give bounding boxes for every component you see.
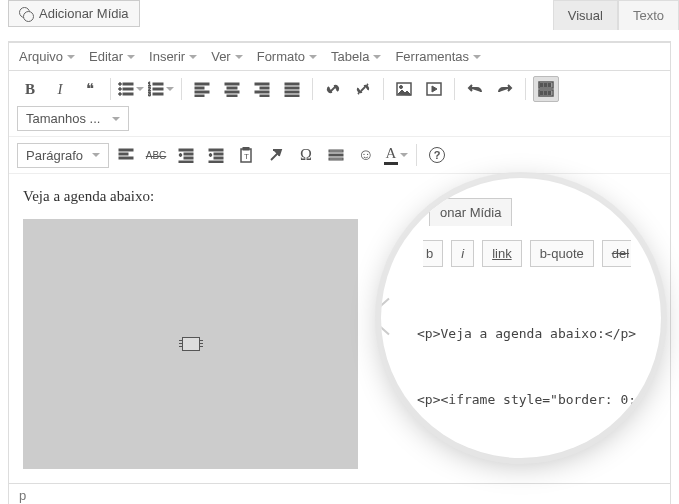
svg-rect-16: [225, 83, 239, 85]
svg-point-4: [119, 93, 122, 96]
svg-rect-47: [214, 153, 223, 155]
view-tabs: Visual Texto: [553, 0, 679, 30]
menu-arquivo[interactable]: Arquivo: [19, 49, 75, 64]
bullet-list-button[interactable]: [118, 76, 144, 102]
italic-button[interactable]: I: [47, 76, 73, 102]
blockquote-button[interactable]: ❝: [77, 76, 103, 102]
svg-text:T: T: [244, 152, 249, 161]
svg-rect-41: [119, 157, 133, 159]
strikethrough-button[interactable]: ABC: [143, 142, 169, 168]
hr-button[interactable]: [323, 142, 349, 168]
special-char-button[interactable]: Ω: [293, 142, 319, 168]
menu-bar: Arquivo Editar Inserir Ver Formato Tabel…: [9, 42, 670, 71]
svg-rect-45: [179, 161, 193, 163]
svg-rect-34: [548, 84, 551, 87]
svg-rect-17: [227, 87, 237, 89]
indent-button[interactable]: [203, 142, 229, 168]
toolbar-toggle-button[interactable]: [533, 76, 559, 102]
align-center-button[interactable]: [219, 76, 245, 102]
media-button[interactable]: [421, 76, 447, 102]
mag-quicktag-bar: b i link b-quote del: [423, 240, 643, 267]
toolbar-row-2: Parágrafo ABC T Ω ☺ A ?: [9, 137, 670, 174]
svg-rect-48: [214, 157, 223, 159]
svg-rect-23: [260, 95, 269, 97]
paste-text-button[interactable]: T: [233, 142, 259, 168]
svg-rect-39: [119, 149, 133, 151]
svg-rect-20: [255, 83, 269, 85]
svg-rect-22: [255, 91, 269, 93]
media-placeholder[interactable]: [23, 219, 358, 469]
svg-rect-12: [195, 83, 209, 85]
svg-rect-55: [329, 158, 343, 160]
mag-b-button[interactable]: b: [423, 240, 443, 267]
align-right-button[interactable]: [249, 76, 275, 102]
toolbar-row-1: B I ❝ 123 Tamanhos ...: [9, 71, 670, 137]
svg-rect-40: [119, 153, 128, 155]
svg-rect-38: [548, 92, 551, 95]
svg-rect-9: [153, 88, 163, 90]
svg-rect-21: [260, 87, 269, 89]
font-sizes-select[interactable]: Tamanhos ...: [17, 106, 129, 131]
mag-add-media-tab: onar Mídia: [429, 198, 512, 226]
help-button[interactable]: ?: [424, 142, 450, 168]
svg-rect-42: [179, 149, 193, 151]
mag-i-button[interactable]: i: [451, 240, 474, 267]
align-justify-button[interactable]: [279, 76, 305, 102]
clear-format-button[interactable]: [263, 142, 289, 168]
svg-rect-19: [227, 95, 237, 97]
svg-rect-24: [285, 83, 299, 85]
svg-rect-46: [209, 149, 223, 151]
tab-text[interactable]: Texto: [618, 0, 679, 30]
svg-rect-36: [540, 92, 543, 95]
svg-rect-13: [195, 87, 204, 89]
redo-button[interactable]: [492, 76, 518, 102]
mag-link-button[interactable]: link: [482, 240, 522, 267]
svg-rect-37: [544, 92, 547, 95]
magnified-inset: onar Mídia b i link b-quote del <p>Veja …: [381, 178, 661, 458]
svg-rect-26: [285, 91, 299, 93]
video-placeholder-icon: [182, 337, 200, 351]
align-menu-button[interactable]: [113, 142, 139, 168]
add-media-button[interactable]: Adicionar Mídia: [8, 0, 140, 27]
svg-rect-43: [184, 153, 193, 155]
menu-editar[interactable]: Editar: [89, 49, 135, 64]
svg-rect-54: [329, 154, 343, 156]
svg-rect-33: [544, 84, 547, 87]
menu-ferramentas[interactable]: Ferramentas: [395, 49, 481, 64]
svg-rect-49: [209, 161, 223, 163]
link-button[interactable]: [320, 76, 346, 102]
svg-rect-3: [123, 88, 133, 90]
align-left-button[interactable]: [189, 76, 215, 102]
menu-inserir[interactable]: Inserir: [149, 49, 197, 64]
svg-rect-18: [225, 91, 239, 93]
svg-rect-15: [195, 95, 204, 97]
svg-text:3: 3: [148, 91, 151, 97]
svg-rect-14: [195, 91, 209, 93]
svg-rect-51: [243, 147, 249, 150]
mag-bquote-button[interactable]: b-quote: [530, 240, 594, 267]
svg-point-0: [119, 83, 122, 86]
outdent-button[interactable]: [173, 142, 199, 168]
svg-rect-25: [285, 87, 299, 89]
media-icon: [19, 7, 33, 21]
numbered-list-button[interactable]: 123: [148, 76, 174, 102]
mag-del-button[interactable]: del: [602, 240, 631, 267]
undo-button[interactable]: [462, 76, 488, 102]
svg-rect-44: [184, 157, 193, 159]
element-path[interactable]: p: [9, 483, 670, 504]
paragraph-format-select[interactable]: Parágrafo: [17, 143, 109, 168]
svg-rect-32: [540, 84, 543, 87]
unlink-button[interactable]: [350, 76, 376, 102]
bold-button[interactable]: B: [17, 76, 43, 102]
svg-rect-1: [123, 83, 133, 85]
text-color-button[interactable]: A: [383, 142, 409, 168]
svg-rect-27: [285, 95, 299, 97]
menu-formato[interactable]: Formato: [257, 49, 317, 64]
menu-tabela[interactable]: Tabela: [331, 49, 381, 64]
svg-point-29: [400, 86, 403, 89]
svg-rect-5: [123, 93, 133, 95]
menu-ver[interactable]: Ver: [211, 49, 243, 64]
tab-visual[interactable]: Visual: [553, 0, 618, 30]
image-button[interactable]: [391, 76, 417, 102]
emoji-button[interactable]: ☺: [353, 142, 379, 168]
